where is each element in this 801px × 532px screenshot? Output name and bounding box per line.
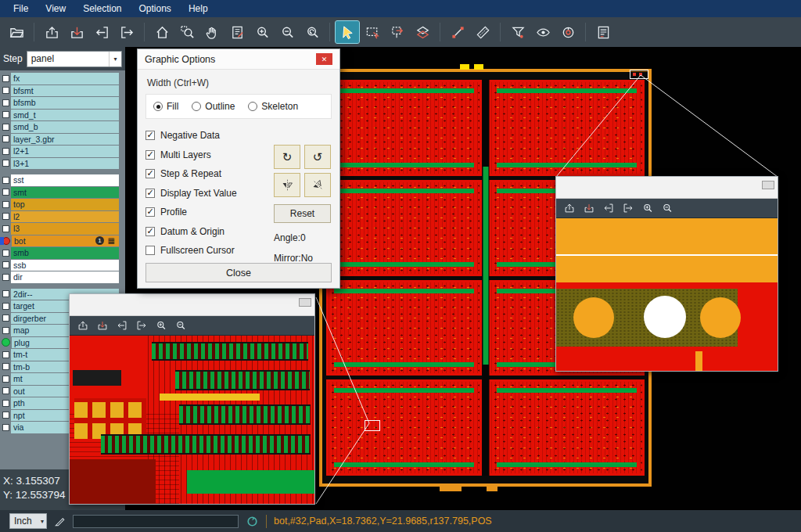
dialog-checkbox[interactable]: Display Text Value (145, 187, 272, 200)
open-file-button[interactable] (5, 21, 28, 43)
layer-name[interactable]: dir (11, 271, 119, 283)
layer-row[interactable]: smd_b (0, 121, 119, 133)
menu-help[interactable]: Help (180, 0, 217, 17)
layer-row[interactable]: sst (0, 174, 119, 186)
menu-file[interactable]: File (5, 0, 37, 17)
view-options-button[interactable] (531, 21, 555, 43)
layer-row[interactable]: l2 (0, 211, 119, 223)
layer-visibility-checkbox[interactable] (2, 261, 9, 268)
magnifier-window-bottom-left[interactable] (69, 293, 315, 505)
reset-button[interactable]: Reset (274, 204, 331, 223)
layer-name[interactable]: l3+1 (11, 158, 119, 170)
layer-visibility-checkbox[interactable] (2, 250, 9, 257)
layer-row[interactable]: l3+1 (0, 158, 119, 170)
layer-visibility-checkbox[interactable] (2, 338, 10, 347)
checkbox-box[interactable] (145, 189, 155, 198)
zoom-out-button[interactable] (275, 21, 299, 43)
output-top-button[interactable] (562, 201, 577, 215)
layer-visibility-checkbox[interactable] (2, 412, 9, 419)
layer-visibility-checkbox[interactable] (2, 148, 9, 155)
export-button[interactable] (135, 318, 149, 332)
import-button[interactable] (602, 201, 616, 215)
layer-visibility-checkbox[interactable] (2, 111, 9, 118)
window-restore-icon[interactable] (762, 181, 774, 189)
checkbox-box[interactable] (145, 150, 155, 160)
pan-button[interactable] (200, 21, 224, 43)
magnified-pcb-view[interactable] (556, 218, 778, 371)
magnifier-title-bar[interactable] (556, 177, 778, 199)
menu-options[interactable]: Options (131, 0, 180, 17)
radio-circle[interactable] (248, 102, 257, 111)
output-bottom-button[interactable] (582, 201, 596, 215)
menu-selection[interactable]: Selection (74, 0, 130, 17)
layer-row[interactable]: fx (0, 73, 119, 84)
layer-visibility-checkbox[interactable] (2, 376, 9, 383)
layer-visibility-checkbox[interactable] (2, 424, 9, 431)
close-button[interactable]: Close (145, 263, 332, 282)
zoom-previous-button[interactable] (300, 21, 324, 43)
report-button[interactable] (591, 21, 615, 43)
menu-view[interactable]: View (37, 0, 74, 17)
dialog-checkbox[interactable]: Negative Data (145, 129, 272, 142)
dialog-checkbox[interactable]: Multi Layers (145, 149, 272, 161)
layer-visibility-checkbox[interactable] (2, 315, 9, 322)
dialog-checkbox[interactable]: Step & Repeat (145, 167, 272, 180)
layer-visibility-checkbox[interactable] (2, 290, 9, 297)
layer-row[interactable]: l2+1 (0, 146, 119, 157)
layer-name[interactable]: ssb (11, 260, 119, 271)
layer-visibility-checkbox[interactable] (2, 135, 9, 142)
layer-visibility-checkbox[interactable] (2, 99, 9, 106)
window-restore-icon[interactable] (299, 298, 311, 307)
layer-name[interactable]: sst (11, 174, 119, 186)
layer-row[interactable]: dir (0, 271, 119, 283)
zoom-out-button[interactable] (660, 201, 674, 215)
layer-row[interactable]: bfsmb (0, 97, 119, 109)
rotate-ccw-button[interactable] (304, 145, 331, 169)
dialog-checkbox[interactable]: Profile (145, 206, 272, 218)
mirror-horizontal-button[interactable] (274, 173, 300, 197)
output-top-button[interactable] (40, 21, 63, 43)
layer-row[interactable]: l3 (0, 223, 119, 235)
import-button[interactable] (115, 318, 129, 332)
step-combo[interactable]: panel (27, 51, 122, 67)
import-button[interactable] (90, 21, 113, 43)
zoom-out-button[interactable] (174, 318, 188, 332)
layer-name[interactable]: l3 (11, 223, 119, 235)
layer-visibility-checkbox[interactable] (2, 160, 9, 167)
layer-visibility-checkbox[interactable] (2, 363, 9, 370)
layer-name[interactable]: bfsmb (11, 97, 119, 109)
checkbox-box[interactable] (145, 169, 155, 178)
zoom-in-button[interactable] (250, 21, 274, 43)
layer-name[interactable]: top (11, 199, 119, 210)
layer-row[interactable]: bot 1 (0, 235, 119, 247)
layer-visibility-checkbox[interactable] (2, 303, 9, 310)
chevron-down-icon[interactable] (109, 52, 121, 66)
layer-row[interactable]: ssb (0, 260, 119, 271)
command-input[interactable] (73, 515, 239, 528)
layer-row[interactable]: layer_3.gbr (0, 134, 119, 146)
unit-combo[interactable]: Inch (9, 513, 47, 529)
net-search-button[interactable] (556, 21, 580, 43)
dialog-checkbox[interactable]: Fullscreen Cursor (145, 244, 272, 257)
layer-visibility-checkbox[interactable] (2, 387, 9, 394)
layer-visibility-checkbox[interactable] (2, 225, 9, 232)
chevron-down-icon[interactable] (41, 518, 46, 525)
magnified-pcb-view[interactable] (70, 336, 314, 504)
output-top-button[interactable] (76, 318, 90, 332)
window-select-button[interactable] (361, 21, 384, 43)
layer-visibility-checkbox[interactable] (2, 237, 10, 245)
layer-visibility-checkbox[interactable] (2, 189, 9, 196)
dialog-checkbox[interactable]: Datum & Origin (145, 225, 272, 238)
checkbox-box[interactable] (145, 246, 155, 255)
rotate-cw-button[interactable] (274, 145, 300, 169)
export-button[interactable] (115, 21, 138, 43)
select-tool-button[interactable] (336, 21, 359, 43)
filter-button[interactable] (506, 21, 530, 43)
layer-name[interactable]: layer_3.gbr (11, 134, 119, 146)
radio-circle[interactable] (192, 102, 201, 111)
layer-name[interactable]: l2+1 (11, 146, 119, 157)
layer-name[interactable]: smd_b (11, 121, 119, 133)
layer-name[interactable]: smb (11, 247, 119, 259)
layer-visibility-checkbox[interactable] (2, 213, 9, 220)
copy-select-button[interactable] (386, 21, 409, 43)
